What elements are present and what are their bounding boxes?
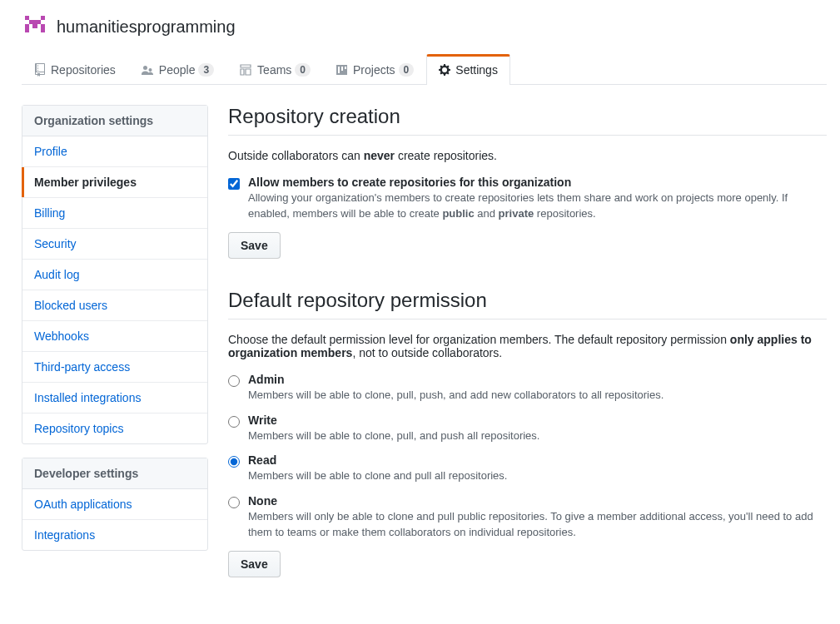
- save-repo-creation-button[interactable]: Save: [228, 232, 281, 259]
- sidebar-item-billing[interactable]: Billing: [22, 198, 207, 229]
- allow-members-row: Allow members to create repositories for…: [228, 176, 827, 222]
- org-name[interactable]: humanitiesprogramming: [57, 17, 236, 37]
- radio-none[interactable]: [228, 497, 240, 508]
- main-content: Repository creation Outside collaborator…: [228, 105, 827, 577]
- tab-repositories[interactable]: Repositories: [22, 54, 128, 85]
- text-fragment: repositories.: [534, 207, 595, 220]
- radio-content: Admin Members will be able to clone, pul…: [248, 373, 827, 404]
- radio-label-none: None: [248, 494, 827, 508]
- page-container: humanitiesprogramming Repositories Peopl…: [0, 0, 840, 602]
- text-fragment: and: [475, 207, 499, 220]
- radio-desc-admin: Members will be able to clone, pull, pus…: [248, 388, 827, 404]
- allow-members-desc: Allowing your organization's members to …: [248, 191, 827, 222]
- radio-label-admin: Admin: [248, 373, 827, 386]
- repo-icon: [34, 63, 46, 77]
- menu-heading-dev: Developer settings: [22, 458, 207, 489]
- outside-collaborators-note: Outside collaborators can never create r…: [228, 149, 827, 162]
- default-perm-intro: Choose the default permission level for …: [228, 333, 827, 359]
- svg-rect-4: [25, 24, 29, 28]
- section-title-default-perm: Default repository permission: [228, 289, 827, 319]
- perm-option-admin: Admin Members will be able to clone, pul…: [228, 373, 827, 404]
- gear-icon: [439, 63, 450, 77]
- radio-content: Read Members will be able to clone and p…: [248, 453, 827, 484]
- projects-icon: [336, 63, 348, 77]
- text-bold: private: [499, 207, 534, 220]
- radio-desc-read: Members will be able to clone and pull a…: [248, 468, 827, 484]
- radio-admin[interactable]: [228, 375, 240, 387]
- sidebar-item-third-party-access[interactable]: Third-party access: [22, 352, 207, 383]
- people-icon: [141, 63, 154, 77]
- layout: Organization settings Profile Member pri…: [22, 105, 827, 577]
- tab-label: Repositories: [51, 63, 116, 77]
- perm-option-none: None Members will only be able to clone …: [228, 494, 827, 541]
- sidebar-item-audit-log[interactable]: Audit log: [22, 260, 207, 290]
- text-fragment: , not to outside collaborators.: [352, 346, 502, 359]
- svg-rect-6: [41, 24, 45, 28]
- tabnav: Repositories People 3 Teams 0 Projects 0…: [22, 53, 827, 85]
- tab-projects[interactable]: Projects 0: [323, 54, 426, 85]
- svg-rect-8: [41, 28, 45, 32]
- allow-members-label: Allow members to create repositories for…: [248, 176, 827, 189]
- sidebar-item-profile[interactable]: Profile: [22, 136, 207, 167]
- projects-count-badge: 0: [399, 63, 415, 77]
- radio-write[interactable]: [228, 416, 240, 428]
- radio-content: Write Members will be able to clone, pul…: [248, 414, 827, 444]
- save-default-perm-button[interactable]: Save: [228, 551, 281, 577]
- svg-rect-5: [32, 24, 37, 28]
- text-fragment: Outside collaborators can: [228, 149, 364, 162]
- perm-option-write: Write Members will be able to clone, pul…: [228, 414, 827, 444]
- sidebar-item-blocked-users[interactable]: Blocked users: [22, 290, 207, 321]
- developer-settings-menu: Developer settings OAuth applications In…: [22, 458, 208, 551]
- radio-desc-none: Members will only be able to clone and p…: [248, 509, 827, 541]
- tab-people[interactable]: People 3: [128, 54, 226, 85]
- tab-label: Settings: [455, 63, 498, 77]
- allow-members-checkbox[interactable]: [228, 178, 240, 190]
- sidebar-item-oauth-applications[interactable]: OAuth applications: [22, 489, 207, 520]
- people-count-badge: 3: [198, 63, 214, 77]
- tab-label: Teams: [257, 63, 291, 77]
- tab-label: People: [159, 63, 196, 77]
- sidebar-item-installed-integrations[interactable]: Installed integrations: [22, 383, 207, 414]
- sidebar-item-webhooks[interactable]: Webhooks: [22, 321, 207, 352]
- tab-settings[interactable]: Settings: [426, 54, 510, 85]
- sidebar-item-security[interactable]: Security: [22, 229, 207, 260]
- sidebar-item-repository-topics[interactable]: Repository topics: [22, 414, 207, 443]
- svg-rect-3: [29, 20, 41, 24]
- svg-rect-1: [25, 16, 29, 20]
- menu-heading-org: Organization settings: [22, 106, 207, 136]
- org-settings-menu: Organization settings Profile Member pri…: [22, 105, 208, 444]
- text-fragment: Choose the default permission level for …: [228, 333, 730, 346]
- radio-label-write: Write: [248, 414, 827, 427]
- svg-rect-7: [25, 28, 29, 32]
- radio-read[interactable]: [228, 456, 240, 468]
- text-bold: public: [442, 207, 474, 220]
- section-title-repo-creation: Repository creation: [228, 105, 827, 136]
- sidebar: Organization settings Profile Member pri…: [22, 105, 208, 564]
- perm-option-read: Read Members will be able to clone and p…: [228, 453, 827, 484]
- text-fragment: create repositories.: [395, 149, 497, 162]
- tab-teams[interactable]: Teams 0: [226, 54, 323, 85]
- teams-icon: [239, 63, 252, 77]
- sidebar-item-integrations[interactable]: Integrations: [22, 520, 207, 550]
- org-header: humanitiesprogramming: [22, 13, 827, 40]
- radio-label-read: Read: [248, 453, 827, 467]
- checkbox-content: Allow members to create repositories for…: [248, 176, 827, 222]
- radio-content: None Members will only be able to clone …: [248, 494, 827, 541]
- org-avatar-icon: [22, 13, 48, 40]
- tab-label: Projects: [353, 63, 395, 77]
- text-bold: never: [364, 149, 395, 162]
- svg-rect-2: [41, 16, 45, 20]
- sidebar-item-member-privileges[interactable]: Member privileges: [22, 167, 207, 198]
- radio-desc-write: Members will be able to clone, pull, and…: [248, 428, 827, 444]
- teams-count-badge: 0: [295, 63, 311, 77]
